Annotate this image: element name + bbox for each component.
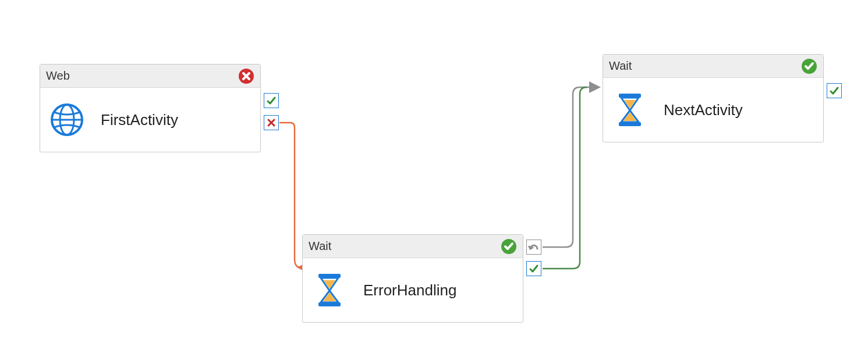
- activity-name: NextActivity: [664, 101, 743, 119]
- check-icon: [829, 85, 839, 96]
- pipeline-canvas[interactable]: Web FirstActivity: [0, 0, 868, 350]
- node-body: ErrorHandling: [303, 258, 523, 322]
- status-error-icon: [238, 68, 254, 84]
- port-success[interactable]: [827, 83, 842, 98]
- retry-icon: [528, 242, 540, 252]
- globe-icon: [49, 102, 84, 137]
- activity-node-error[interactable]: Wait ErrorHandling: [302, 234, 523, 323]
- node-header: Wait: [603, 55, 823, 78]
- node-header: Web: [40, 65, 260, 88]
- activity-name: FirstActivity: [101, 111, 178, 129]
- node-type-label: Web: [46, 69, 70, 83]
- node-type-label: Wait: [309, 240, 331, 253]
- status-success-icon: [501, 238, 517, 255]
- node-header: Wait: [303, 235, 523, 258]
- connector-error-success-to-next: [543, 87, 587, 269]
- port-success[interactable]: [264, 93, 279, 108]
- port-failure[interactable]: [264, 115, 279, 130]
- port-success[interactable]: [526, 261, 541, 276]
- node-type-label: Wait: [609, 59, 632, 73]
- activity-node-next[interactable]: Wait NextActivity: [603, 54, 824, 142]
- hourglass-icon: [612, 92, 647, 127]
- check-icon: [529, 263, 539, 274]
- node-body: FirstActivity: [40, 88, 260, 152]
- check-icon: [266, 95, 277, 106]
- port-completion[interactable]: [526, 240, 541, 255]
- connector-error-completion-to-next: [543, 87, 598, 247]
- activity-node-first[interactable]: Web FirstActivity: [40, 64, 261, 152]
- activity-name: ErrorHandling: [363, 281, 456, 299]
- x-icon: [266, 117, 277, 128]
- node-body: NextActivity: [603, 78, 823, 142]
- hourglass-icon: [312, 273, 347, 308]
- connector-first-to-error: [279, 123, 300, 267]
- status-success-icon: [801, 58, 817, 74]
